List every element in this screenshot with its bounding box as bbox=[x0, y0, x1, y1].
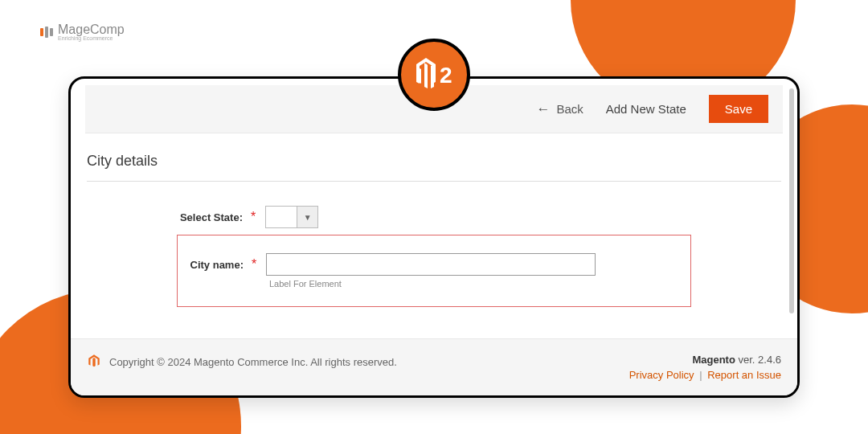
magento2-badge: 2 bbox=[398, 39, 470, 111]
footer: Copyright © 2024 Magento Commerce Inc. A… bbox=[71, 338, 797, 395]
arrow-left-icon: ← bbox=[536, 101, 550, 117]
select-state-dropdown[interactable]: ▼ bbox=[265, 206, 318, 228]
add-new-state-button[interactable]: Add New State bbox=[606, 102, 686, 116]
required-indicator: * bbox=[251, 210, 256, 224]
section-title: City details bbox=[87, 153, 781, 182]
save-button[interactable]: Save bbox=[709, 95, 768, 123]
svg-text:2: 2 bbox=[440, 63, 452, 88]
logo-icon bbox=[40, 27, 53, 38]
footer-brand: Magento bbox=[692, 354, 735, 366]
city-name-row: City name: * bbox=[178, 253, 690, 276]
back-button[interactable]: ← Back bbox=[536, 101, 583, 117]
select-state-row: Select State: * ▼ bbox=[177, 206, 781, 228]
magecomp-logo: MageComp Enriching Ecommerce bbox=[40, 23, 125, 41]
highlighted-field-box: City name: * Label For Element bbox=[177, 235, 691, 307]
back-label: Back bbox=[556, 102, 583, 116]
separator: | bbox=[699, 369, 702, 381]
city-name-input[interactable] bbox=[266, 253, 596, 276]
report-issue-link[interactable]: Report an Issue bbox=[707, 369, 781, 381]
city-name-label: City name: bbox=[178, 259, 248, 271]
chevron-down-icon[interactable]: ▼ bbox=[297, 207, 317, 227]
magento-icon: 2 bbox=[414, 55, 454, 95]
city-name-helper: Label For Element bbox=[269, 279, 690, 289]
footer-version: ver. 2.4.6 bbox=[735, 354, 781, 366]
privacy-policy-link[interactable]: Privacy Policy bbox=[629, 369, 694, 381]
content-area: City details Select State: * ▼ City name… bbox=[71, 133, 797, 307]
scrollbar[interactable] bbox=[789, 88, 794, 313]
select-state-label: Select State: bbox=[177, 211, 248, 223]
required-indicator: * bbox=[252, 257, 256, 272]
select-state-input[interactable] bbox=[266, 207, 297, 227]
admin-window: ← Back Add New State Save City details S… bbox=[68, 76, 800, 398]
copyright-text: Copyright © 2024 Magento Commerce Inc. A… bbox=[109, 356, 397, 368]
magento-icon bbox=[87, 354, 101, 371]
